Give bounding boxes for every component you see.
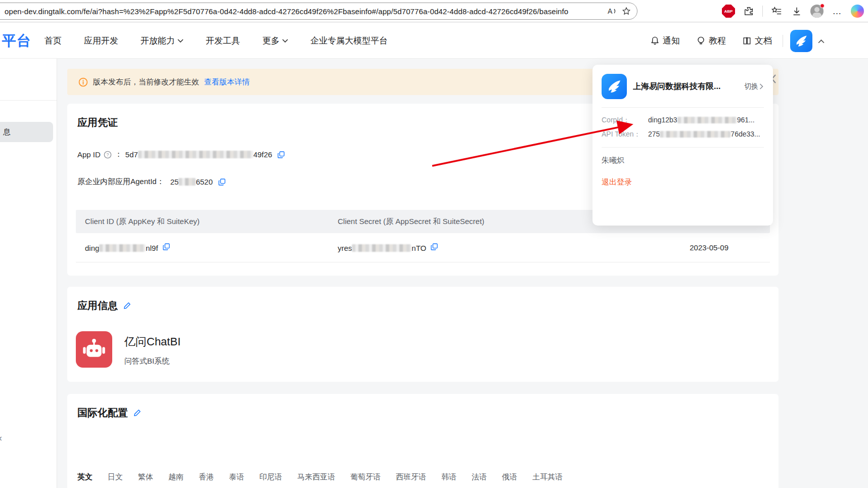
chevron-down-icon	[177, 39, 184, 43]
app-robot-icon	[76, 331, 112, 368]
app-description: 问答式BI系统	[124, 357, 180, 366]
account-chevron-up-icon[interactable]	[818, 39, 825, 43]
browser-profile-avatar[interactable]	[810, 5, 824, 18]
panel-divider	[602, 107, 764, 108]
bell-icon	[650, 36, 660, 46]
info-icon	[78, 77, 88, 87]
nav-open-capability[interactable]: 开放能力	[141, 35, 184, 47]
svg-text:?: ?	[106, 152, 109, 157]
lightbulb-icon	[696, 36, 706, 46]
nav-dev-tools[interactable]: 开发工具	[206, 35, 240, 47]
notification-dot	[820, 4, 825, 8]
tab-lang-japanese[interactable]: 日文	[108, 472, 123, 488]
site-header: 平台 首页 应用开发 开放能力 开发工具 更多 企业专属大模型平台 通知 教程	[0, 23, 868, 59]
sidebar-collapse-icon[interactable]: «	[0, 433, 2, 443]
col-client-id: Client ID (原 AppKey 和 SuiteKey)	[76, 217, 338, 227]
app-id-row: App ID ? ： 5d749f26	[77, 150, 285, 159]
url-text[interactable]: open-dev.dingtalk.com/fe/ai?hash=%23%2Fa…	[5, 7, 607, 16]
read-aloud-icon[interactable]: A	[607, 6, 622, 16]
view-version-details-link[interactable]: 查看版本详情	[204, 77, 250, 87]
left-sidebar: atBI 线 息 «	[0, 59, 57, 488]
api-token-row: API Token： 27576de33...	[602, 130, 764, 139]
panel-divider	[602, 147, 764, 148]
masked-value	[677, 117, 737, 123]
account-dropdown-panel: 上海易问数据科技有限... 切换 CorpId： ding12b3961... …	[592, 65, 773, 226]
extensions-puzzle-icon[interactable]	[742, 5, 755, 18]
chevron-down-icon	[282, 39, 288, 43]
masked-value	[138, 151, 253, 158]
switch-org-button[interactable]: 切换	[744, 82, 764, 91]
tab-lang-indonesian[interactable]: 印尼语	[259, 472, 282, 488]
tab-lang-portuguese[interactable]: 葡萄牙语	[350, 472, 381, 488]
app-info-card: 应用信息 亿问ChatBI 问答式BI系统	[67, 287, 779, 382]
tab-lang-hongkong[interactable]: 香港	[199, 472, 214, 488]
masked-value	[660, 131, 730, 138]
notifications-button[interactable]: 通知	[650, 35, 680, 47]
org-dingtalk-logo	[602, 74, 627, 99]
table-row: dingnl9f yresnTO 2023-05-09	[76, 233, 770, 262]
corp-id-value: ding12b3961...	[648, 116, 755, 124]
help-circle-icon[interactable]: ?	[104, 151, 112, 159]
app-info-title: 应用信息	[77, 299, 118, 313]
tab-lang-thai[interactable]: 泰语	[229, 472, 244, 488]
downloads-icon[interactable]	[790, 5, 803, 18]
tab-lang-french[interactable]: 法语	[472, 472, 487, 488]
address-bar[interactable]: open-dev.dingtalk.com/fe/ai?hash=%23%2Fa…	[0, 3, 637, 20]
copilot-icon[interactable]	[851, 5, 864, 18]
api-token-value: 27576de33...	[648, 130, 760, 138]
tab-lang-traditional[interactable]: 繁体	[138, 472, 153, 488]
tab-lang-russian[interactable]: 俄语	[502, 472, 517, 488]
masked-value	[99, 244, 146, 252]
i18n-config-card: 国际化配置 英文 日文 繁体 越南 香港 泰语 印尼语 马来西亚语 葡萄牙语 西…	[67, 394, 779, 488]
toolbar-divider	[762, 6, 763, 17]
copy-client-id-button[interactable]	[162, 243, 170, 251]
masked-value	[352, 244, 412, 252]
logout-button[interactable]: 退出登录	[602, 178, 764, 187]
org-row: 上海易问数据科技有限... 切换	[602, 74, 764, 99]
tab-lang-english[interactable]: 英文	[77, 472, 93, 488]
masked-value	[178, 178, 196, 186]
adblock-plus-icon[interactable]: ABP	[722, 5, 735, 18]
app-id-label: App ID	[77, 150, 101, 159]
app-name: 亿问ChatBI	[124, 334, 180, 349]
i18n-title: 国际化配置	[77, 406, 128, 420]
agent-id-row: 原企业内部应用AgentId： 256520	[77, 177, 226, 187]
edit-pencil-icon[interactable]	[133, 409, 142, 417]
sidebar-item-baseinfo-selected[interactable]: 息	[0, 122, 53, 142]
edit-pencil-icon[interactable]	[123, 301, 131, 310]
browser-menu-icon[interactable]: …	[831, 5, 844, 18]
dingtalk-account-logo[interactable]	[790, 30, 812, 52]
chevron-right-icon	[759, 83, 764, 90]
tab-lang-turkish[interactable]: 土耳其语	[532, 472, 563, 488]
svg-text:A: A	[608, 7, 613, 15]
nav-enterprise-llm[interactable]: 企业专属大模型平台	[310, 35, 388, 47]
docs-button[interactable]: 文档	[742, 35, 772, 47]
tab-lang-korean[interactable]: 韩语	[441, 472, 456, 488]
copy-client-secret-button[interactable]	[430, 243, 438, 251]
client-id-cell: dingnl9f	[76, 243, 338, 252]
top-navigation: 首页 应用开发 开放能力 开发工具 更多 企业专属大模型平台	[44, 23, 388, 59]
nav-more[interactable]: 更多	[262, 35, 288, 47]
screen: open-dev.dingtalk.com/fe/ai?hash=%23%2Fa…	[0, 0, 868, 488]
tab-lang-vietnamese[interactable]: 越南	[168, 472, 184, 488]
nav-app-dev[interactable]: 应用开发	[84, 35, 118, 47]
app-id-colon: ：	[115, 150, 122, 159]
language-tabs: 英文 日文 繁体 越南 香港 泰语 印尼语 马来西亚语 葡萄牙语 西班牙语 韩语…	[77, 472, 563, 488]
tab-lang-spanish[interactable]: 西班牙语	[396, 472, 426, 488]
copy-agent-id-button[interactable]	[218, 178, 226, 186]
notice-text: 版本发布后，当前修改才能生效	[93, 77, 199, 87]
app-summary-row: 亿问ChatBI 问答式BI系统	[76, 331, 180, 368]
browser-chrome: open-dev.dingtalk.com/fe/ai?hash=%23%2Fa…	[0, 0, 868, 22]
favorite-star-icon[interactable]	[622, 7, 637, 16]
header-actions: 通知 教程 文档	[650, 23, 772, 59]
copy-app-id-button[interactable]	[277, 151, 285, 159]
favorites-hub-icon[interactable]	[770, 5, 783, 18]
platform-logo[interactable]: 平台	[2, 31, 31, 51]
sidebar-divider	[0, 100, 57, 101]
book-icon	[742, 36, 752, 46]
tab-lang-malay[interactable]: 马来西亚语	[297, 472, 335, 488]
agent-id-value: 256520	[170, 178, 213, 186]
nav-home[interactable]: 首页	[44, 35, 62, 47]
created-date-cell: 2023-05-09	[638, 243, 770, 252]
tutorial-button[interactable]: 教程	[696, 35, 726, 47]
